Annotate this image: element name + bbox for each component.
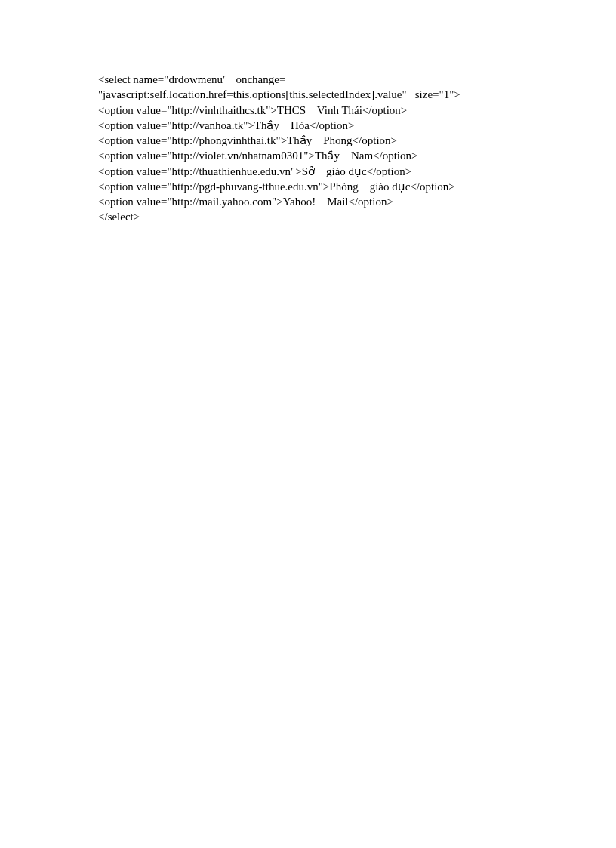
- code-line: <option value="http://thuathienhue.edu.v…: [98, 164, 480, 179]
- code-line: <select name="drdowmenu" onchange=: [98, 72, 480, 87]
- document-page: <select name="drdowmenu" onchange= "java…: [0, 0, 578, 225]
- code-line: <option value="http://violet.vn/nhatnam0…: [98, 148, 480, 163]
- code-line: <option value="http://mail.yahoo.com">Ya…: [98, 194, 480, 209]
- code-line: <option value="http://phongvinhthai.tk">…: [98, 133, 480, 148]
- code-line: </select>: [98, 209, 480, 224]
- code-line: <option value="http://vinhthaithcs.tk">T…: [98, 103, 480, 118]
- code-line: "javascript:self.location.href=this.opti…: [98, 87, 480, 102]
- code-line: <option value="http://vanhoa.tk">Thầy Hò…: [98, 118, 480, 133]
- code-line: <option value="http://pgd-phuvang-tthue.…: [98, 179, 480, 194]
